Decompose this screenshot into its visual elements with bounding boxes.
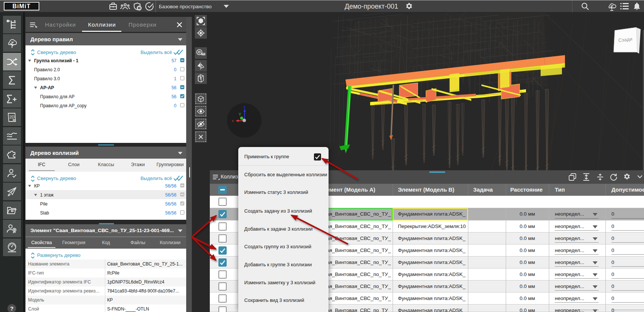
svg-text:2D: 2D (9, 115, 15, 119)
